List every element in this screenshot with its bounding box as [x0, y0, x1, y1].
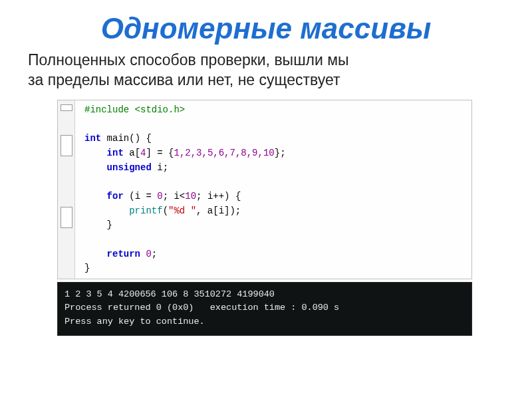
code-line: }	[84, 218, 465, 233]
terminal-output: 1 2 3 5 4 4200656 106 8 3510272 4199040 …	[57, 282, 472, 336]
fold-marker	[61, 135, 72, 156]
code-body: #include <stdio.h> int main() { int a[4]…	[75, 100, 471, 279]
fold-marker	[61, 207, 72, 228]
code-line: }	[84, 261, 465, 276]
slide-subtitle: Полноценных способов проверки, вышли мы …	[27, 51, 505, 90]
code-line: int a[4] = {1,2,3,5,6,7,8,9,10};	[84, 146, 465, 161]
code-line: return 0;	[84, 247, 465, 262]
terminal-line: Process returned 0 (0x0) execution time …	[65, 301, 465, 315]
subtitle-line-2: за пределы массива или нет, не существуе…	[28, 71, 340, 88]
code-line: int main() {	[84, 132, 465, 146]
code-line	[84, 175, 465, 190]
fold-gutter	[58, 100, 75, 279]
code-line: for (i = 0; i<10; i++) {	[84, 190, 465, 204]
slide-title: Одномерные массивы	[27, 12, 505, 45]
code-editor: #include <stdio.h> int main() { int a[4]…	[57, 100, 472, 279]
terminal-line: 1 2 3 5 4 4200656 106 8 3510272 4199040	[65, 288, 465, 301]
code-line: unsigned i;	[84, 161, 465, 176]
code-line	[84, 233, 465, 247]
code-line	[84, 117, 465, 132]
subtitle-line-1: Полноценных способов проверки, вышли мы	[28, 51, 349, 68]
code-line: printf("%d ", a[i]);	[84, 204, 465, 219]
fold-marker	[61, 104, 72, 111]
code-line: #include <stdio.h>	[84, 103, 465, 118]
terminal-line: Press any key to continue.	[65, 315, 465, 329]
